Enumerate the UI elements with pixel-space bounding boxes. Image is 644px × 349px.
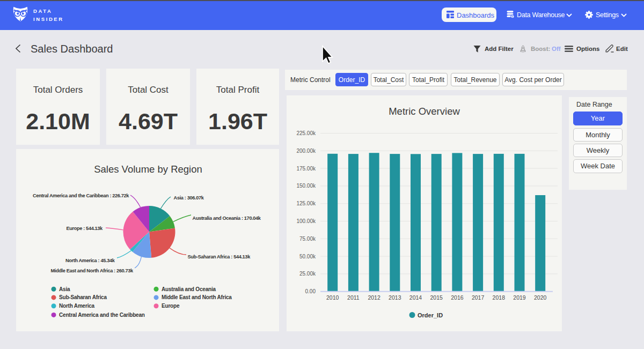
- svg-text:2012: 2012: [368, 294, 380, 301]
- svg-text:Middle East and North Africa: Middle East and North Africa: [162, 294, 232, 300]
- svg-text:North America : 45.34k: North America : 45.34k: [65, 258, 115, 263]
- svg-text:2015: 2015: [430, 294, 443, 301]
- svg-text:150.00k: 150.00k: [296, 183, 316, 189]
- svg-text:2019: 2019: [513, 294, 526, 301]
- svg-text:Order_ID: Order_ID: [418, 312, 443, 318]
- svg-text:North America: North America: [59, 303, 95, 309]
- svg-text:Asia : 306.07k: Asia : 306.07k: [174, 195, 204, 201]
- svg-text:100.00k: 100.00k: [296, 218, 316, 224]
- svg-text:Middle East and North Africa :: Middle East and North Africa : 260.73k: [50, 268, 134, 273]
- svg-text:75.00k: 75.00k: [299, 236, 316, 242]
- svg-text:2018: 2018: [493, 294, 506, 301]
- svg-text:2013: 2013: [389, 294, 401, 301]
- svg-text:Europe : 544.13k: Europe : 544.13k: [66, 226, 103, 231]
- svg-text:225.00k: 225.00k: [296, 130, 316, 136]
- svg-text:Central America and the Caribb: Central America and the Caribbean : 226.…: [33, 193, 129, 198]
- svg-text:2020: 2020: [534, 294, 547, 301]
- svg-text:25.00k: 25.00k: [299, 271, 316, 277]
- svg-text:Central America and the Caribb: Central America and the Caribbean: [59, 312, 145, 318]
- svg-text:200.00k: 200.00k: [296, 148, 316, 154]
- svg-text:Sales Volume by Region: Sales Volume by Region: [94, 164, 202, 175]
- svg-text:Metric Overview: Metric Overview: [389, 106, 460, 117]
- svg-text:Europe: Europe: [162, 303, 180, 309]
- svg-text:50.00k: 50.00k: [299, 254, 316, 259]
- svg-text:Sub-Saharan Africa : 544.13k: Sub-Saharan Africa : 544.13k: [187, 254, 251, 259]
- svg-text:175.00k: 175.00k: [296, 166, 316, 172]
- svg-text:Australia and Oceania: Australia and Oceania: [162, 286, 216, 292]
- svg-text:2011: 2011: [347, 294, 360, 301]
- svg-text:2016: 2016: [451, 294, 464, 301]
- svg-text:Sub-Saharan Africa: Sub-Saharan Africa: [59, 294, 107, 300]
- svg-text:125.00k: 125.00k: [296, 201, 316, 206]
- svg-text:Australia and Oceania : 170.04: Australia and Oceania : 170.04k: [193, 216, 261, 221]
- svg-text:2017: 2017: [472, 294, 485, 301]
- svg-text:0.00: 0.00: [305, 288, 316, 294]
- svg-text:2014: 2014: [409, 294, 422, 301]
- svg-text:2010: 2010: [326, 294, 339, 301]
- svg-text:Asia: Asia: [59, 286, 70, 292]
